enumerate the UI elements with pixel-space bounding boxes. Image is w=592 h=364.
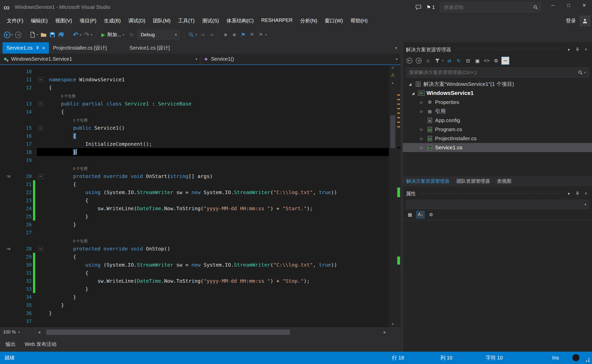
menu-item[interactable]: 视图(V) — [51, 17, 76, 24]
code-line[interactable]: 19 — [0, 156, 389, 164]
chevron-collapsed-icon[interactable]: ▷ — [418, 145, 425, 150]
navigate-backward-icon[interactable] — [405, 57, 413, 65]
codelens-row[interactable]: 3 个引用 — [0, 92, 389, 100]
code-line[interactable]: 25 } — [0, 212, 389, 221]
properties-object-select[interactable]: ▾ — [406, 200, 589, 209]
chevron-down-icon[interactable]: ▾ — [11, 33, 13, 37]
tree-item[interactable]: ◢解决方案“WindowsService1”(1 个项目) — [403, 80, 592, 89]
solution-explorer-header[interactable]: 解决方案资源管理器 ▾ × — [403, 44, 592, 55]
show-all-files-icon[interactable]: ▣ — [473, 57, 481, 65]
code-line[interactable]: 24 sw.WriteLine(DateTime.Now.ToString("y… — [0, 204, 389, 212]
bottom-panel-tab[interactable]: Web 发布活动 — [25, 341, 56, 348]
save-all-icon[interactable] — [57, 30, 65, 40]
tree-item[interactable]: ◢C#WindowsService1 — [403, 89, 592, 98]
splitter-grip-icon[interactable]: ≡ — [389, 65, 397, 70]
menu-item[interactable]: 编辑(E) — [27, 17, 52, 24]
code-line[interactable]: 37 — [0, 317, 389, 325]
codelens-row[interactable]: 0 个引用 — [0, 237, 389, 245]
chevron-expanded-icon[interactable]: ◢ — [409, 91, 417, 95]
tree-item[interactable]: ⚙App.config — [403, 116, 592, 125]
panel-splitter[interactable] — [401, 42, 403, 352]
undo-icon[interactable]: ↶ — [72, 30, 80, 40]
code-line[interactable]: 18 } — [0, 148, 389, 156]
notifications-button[interactable]: ⚑ 1 — [426, 4, 435, 10]
navigate-forward-icon[interactable] — [415, 57, 423, 65]
document-tab[interactable]: ProjectInstaller.cs [设计] — [49, 42, 111, 54]
code-line[interactable]: 22 using (System.IO.StreamWriter sw = ne… — [0, 188, 389, 196]
restart-icon[interactable]: ↻ — [127, 30, 136, 40]
close-icon[interactable]: × — [42, 45, 45, 51]
property-pages-icon[interactable]: ⚙ — [427, 211, 435, 219]
code-line[interactable]: 23 { — [0, 196, 389, 204]
menu-item[interactable]: 调试(D) — [124, 17, 149, 24]
navigate-forward-icon[interactable] — [14, 30, 22, 40]
chevron-down-icon[interactable]: ▾ — [566, 47, 572, 52]
view-code-icon[interactable]: <> — [483, 57, 491, 65]
menu-item[interactable]: 工具(T) — [174, 17, 199, 24]
code-line[interactable]: 32 sw.WriteLine(DateTime.Now.ToString("y… — [0, 277, 389, 285]
collapse-all-icon[interactable]: ⊟ — [464, 57, 472, 65]
chevron-collapsed-icon[interactable]: ▷ — [418, 136, 425, 140]
drag-area[interactable] — [456, 48, 561, 51]
window-close-button[interactable]: × — [576, 0, 592, 11]
sign-in-link[interactable]: 登录 — [566, 17, 576, 24]
fold-collapse-icon[interactable]: − — [38, 77, 43, 82]
chevron-down-icon[interactable]: ▾ — [91, 33, 92, 37]
save-icon[interactable] — [48, 30, 56, 40]
chevron-expanded-icon[interactable]: ◢ — [406, 82, 414, 86]
code-line[interactable]: 14 { — [0, 108, 389, 116]
alphabetical-icon[interactable]: A↓ — [416, 211, 424, 219]
feedback-icon[interactable] — [415, 5, 422, 10]
code-line[interactable]: ↑o20− protected override void OnStart(st… — [0, 172, 389, 180]
code-line[interactable]: 21 { — [0, 180, 389, 188]
scroll-down-icon[interactable]: ▼ — [389, 322, 397, 326]
menu-item[interactable]: 团队(M) — [149, 17, 174, 24]
previous-bookmark-icon[interactable]: ⚑ — [248, 30, 256, 40]
categorized-icon[interactable]: ▦ — [406, 211, 414, 219]
chevron-collapsed-icon[interactable]: ▷ — [418, 127, 425, 131]
codelens-row[interactable]: 1 个引用 — [0, 116, 389, 124]
redo-icon[interactable]: ↷ — [83, 30, 91, 40]
menu-item[interactable]: 分析(N) — [296, 17, 321, 24]
override-glyph-icon[interactable]: ↑o — [0, 172, 17, 180]
panel-tab[interactable]: 解决方案资源管理器 — [406, 178, 449, 185]
properties-icon[interactable]: ⚙ — [492, 57, 500, 65]
tab-list-caret-icon[interactable]: ▾ — [395, 46, 397, 50]
scroll-right-icon[interactable]: ▶ — [381, 330, 389, 334]
new-file-icon[interactable] — [28, 30, 37, 40]
pin-icon[interactable] — [574, 192, 580, 196]
refresh-icon[interactable]: ↻ — [455, 57, 463, 65]
fold-collapse-icon[interactable]: − — [38, 101, 43, 106]
next-bookmark-icon[interactable]: ⚑ — [257, 30, 265, 40]
menu-item[interactable]: 项目(P) — [76, 17, 100, 24]
solution-explorer-search[interactable]: ▾ — [406, 67, 589, 78]
scroll-left-icon[interactable]: ◀ — [35, 330, 43, 334]
properties-panel-header[interactable]: 属性 ▾ × — [403, 188, 592, 199]
panel-tab[interactable]: 类视图 — [497, 178, 511, 185]
vertical-scrollbar-thumb[interactable] — [390, 115, 395, 148]
codelens-references[interactable]: 0 个引用 — [73, 166, 88, 171]
fold-collapse-icon[interactable]: − — [38, 126, 43, 130]
code-line[interactable]: 17 InitializeComponent(); — [0, 140, 389, 148]
code-line[interactable]: 27 — [0, 229, 389, 237]
override-glyph-icon[interactable]: ↑o — [0, 245, 17, 253]
code-line[interactable]: ↑o28− protected override void OnStop() — [0, 245, 389, 253]
bookmark-icon[interactable]: ⚑ — [239, 30, 247, 40]
codelens-references[interactable]: 1 个引用 — [73, 118, 88, 122]
tree-item[interactable]: ▷⚙Properties — [403, 98, 592, 107]
drag-area[interactable] — [421, 192, 561, 195]
code-line[interactable]: 12{ — [0, 84, 389, 92]
quick-launch-input[interactable] — [444, 4, 531, 10]
find-icon[interactable] — [187, 30, 195, 40]
chevron-down-icon[interactable]: ▾ — [442, 59, 444, 62]
code-line[interactable]: 10 — [0, 67, 389, 76]
resize-grip[interactable] — [588, 360, 589, 362]
close-icon[interactable]: × — [583, 47, 589, 52]
code-line[interactable]: 29 { — [0, 253, 389, 261]
document-tab[interactable]: Service1.cs× — [3, 42, 49, 54]
quick-launch-box[interactable] — [440, 2, 541, 12]
menu-item[interactable]: 文件(F) — [3, 17, 27, 24]
avatar[interactable] — [580, 16, 590, 26]
panel-tab[interactable]: 团队资源管理器 — [456, 178, 490, 185]
toolbar-options-caret-icon[interactable]: ▾ — [265, 33, 267, 37]
